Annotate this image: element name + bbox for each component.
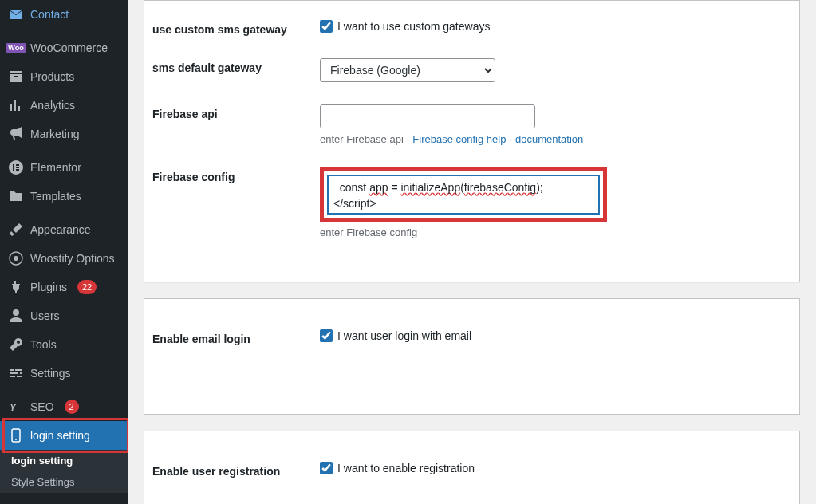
wrench-icon: [8, 337, 24, 352]
sidebar-item-label: Products: [30, 70, 74, 83]
settings-panel-email: Enable email login I want user login wit…: [144, 298, 800, 415]
row-firebase-config: Firebase config const app = initializeAp…: [144, 156, 799, 250]
woo-icon: Woo: [8, 40, 24, 56]
checkbox-user-registration-label[interactable]: I want to enable registration: [337, 462, 475, 474]
sidebar-item-contact[interactable]: Contact: [0, 0, 128, 29]
user-icon: [8, 308, 24, 324]
checkbox-custom-sms-label[interactable]: I want to use custom gateways: [337, 20, 490, 33]
badge-seo: 2: [65, 400, 79, 414]
bars-icon: [8, 97, 24, 113]
sidebar-item-products[interactable]: Products: [0, 62, 128, 91]
svg-text:Y: Y: [10, 402, 17, 413]
sidebar-item-label: Plugins: [30, 281, 67, 293]
sidebar-item-label: SEO: [30, 400, 54, 413]
sidebar-item-elementor[interactable]: Elementor: [0, 153, 128, 182]
input-firebase-api[interactable]: [320, 104, 535, 128]
sliders-icon: [8, 365, 24, 381]
woostify-icon: [8, 250, 24, 266]
label-email-login: Enable email login: [152, 329, 320, 345]
sidebar-item-label: WooCommerce: [30, 41, 108, 54]
label-firebase-api: Firebase api: [152, 104, 320, 120]
link-firebase-docs[interactable]: documentation: [515, 133, 583, 145]
label-firebase-config: Firebase config: [152, 167, 320, 183]
select-default-gateway[interactable]: Firebase (Google): [320, 58, 495, 82]
sidebar-item-woocommerce[interactable]: WooWooCommerce: [0, 33, 128, 62]
brush-icon: [8, 222, 24, 238]
checkbox-email-login-label[interactable]: I want user login with email: [337, 329, 471, 342]
sidebar-item-users[interactable]: Users: [0, 301, 128, 330]
settings-panel-sms: use custom sms gateway I want to use cus…: [144, 0, 800, 282]
folder-icon: [8, 188, 24, 204]
sidebar-item-templates[interactable]: Templates: [0, 182, 128, 211]
sidebar-item-woostify[interactable]: Woostify Options: [0, 244, 128, 273]
svg-rect-3: [16, 167, 19, 168]
admin-sidebar: ContactWooWooCommerceProductsAnalyticsMa…: [0, 0, 128, 504]
label-default-gateway: sms default gateway: [152, 58, 320, 74]
archive-icon: [8, 69, 24, 85]
checkbox-email-login[interactable]: [320, 329, 333, 342]
sidebar-item-marketing[interactable]: Marketing: [0, 120, 128, 148]
row-firebase-api: Firebase api enter Firebase api - Fireba…: [144, 93, 799, 156]
sidebar-item-tools[interactable]: Tools: [0, 330, 128, 359]
elementor-icon: [8, 159, 24, 175]
sidebar-item-appearance[interactable]: Appearance: [0, 215, 128, 244]
sidebar-item-label: Contact: [30, 8, 69, 21]
sidebar-item-label: Templates: [30, 190, 81, 203]
svg-rect-1: [13, 164, 14, 171]
submenu-item-style-settings[interactable]: Style Settings: [0, 471, 128, 493]
sidebar-item-analytics[interactable]: Analytics: [0, 91, 128, 120]
checkbox-custom-sms[interactable]: [320, 20, 333, 33]
sidebar-item-seo[interactable]: YSEO2: [0, 392, 128, 421]
sidebar-item-label: Analytics: [30, 99, 75, 112]
sidebar-item-settings[interactable]: Settings: [0, 359, 128, 388]
main-content: use custom sms gateway I want to use cus…: [128, 0, 816, 504]
sidebar-item-label: Tools: [30, 338, 57, 351]
mail-icon: [8, 6, 24, 22]
label-custom-sms: use custom sms gateway: [152, 20, 320, 36]
checkbox-user-registration[interactable]: [320, 462, 333, 474]
svg-rect-4: [16, 169, 19, 171]
sidebar-item-login[interactable]: login setting: [0, 421, 128, 450]
settings-panel-registration: Enable user registration I want to enabl…: [144, 431, 800, 504]
sidebar-item-label: Marketing: [30, 128, 79, 140]
mobile-icon: [8, 427, 24, 443]
help-firebase-config: enter Firebase config: [320, 226, 783, 238]
highlight-firebase-config: const app = initializeApp(firebaseConfig…: [320, 167, 607, 222]
row-custom-sms: use custom sms gateway I want to use cus…: [144, 9, 799, 47]
svg-point-6: [14, 256, 18, 261]
svg-rect-2: [16, 164, 19, 166]
row-email-login: Enable email login I want user login wit…: [144, 307, 799, 366]
sidebar-item-label: Woostify Options: [30, 252, 115, 265]
megaphone-icon: [8, 126, 24, 142]
sidebar-item-label: Appearance: [30, 223, 91, 236]
help-firebase-api: enter Firebase api - Firebase config hel…: [320, 133, 783, 145]
link-firebase-config-help[interactable]: Firebase config help: [412, 133, 506, 145]
seo-icon: Y: [8, 399, 24, 415]
svg-point-10: [15, 439, 17, 440]
sidebar-item-label: Settings: [30, 367, 71, 380]
textarea-firebase-config[interactable]: const app = initializeApp(firebaseConfig…: [328, 175, 599, 214]
submenu-item-login-setting[interactable]: login setting: [0, 450, 128, 471]
svg-point-7: [13, 309, 19, 316]
label-user-registration: Enable user registration: [152, 462, 320, 478]
badge-plugins: 22: [77, 280, 97, 294]
sidebar-item-label: login setting: [30, 429, 90, 442]
plug-icon: [8, 279, 24, 295]
sidebar-item-label: Users: [30, 309, 60, 322]
row-user-registration: Enable user registration I want to enabl…: [144, 439, 799, 498]
sidebar-item-plugins[interactable]: Plugins22: [0, 273, 128, 301]
sidebar-item-label: Elementor: [30, 161, 81, 174]
row-default-gateway: sms default gateway Firebase (Google): [144, 47, 799, 93]
